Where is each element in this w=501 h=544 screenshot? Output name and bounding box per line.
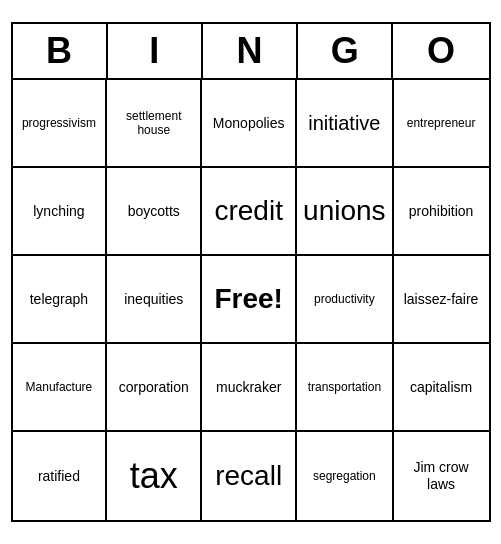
bingo-cell-text-20: ratified	[38, 468, 80, 485]
bingo-cell-18: transportation	[297, 344, 394, 432]
bingo-cell-text-17: muckraker	[216, 379, 281, 396]
bingo-cell-text-6: boycotts	[128, 203, 180, 220]
bingo-cell-text-12: Free!	[214, 282, 282, 316]
header-letter-b: B	[13, 24, 108, 78]
bingo-cell-text-10: telegraph	[30, 291, 88, 308]
bingo-cell-text-14: laissez-faire	[404, 291, 479, 308]
bingo-cell-19: capitalism	[394, 344, 489, 432]
bingo-cell-text-9: prohibition	[409, 203, 474, 220]
bingo-cell-11: inequities	[107, 256, 202, 344]
bingo-cell-text-0: progressivism	[22, 116, 96, 130]
bingo-card: BINGO progressivismsettlement houseMonop…	[11, 22, 491, 522]
bingo-cell-22: recall	[202, 432, 297, 520]
bingo-cell-text-8: unions	[303, 194, 386, 228]
bingo-cell-text-16: corporation	[119, 379, 189, 396]
bingo-cell-text-2: Monopolies	[213, 115, 285, 132]
bingo-cell-text-3: initiative	[308, 111, 380, 135]
bingo-cell-16: corporation	[107, 344, 202, 432]
bingo-cell-24: Jim crow laws	[394, 432, 489, 520]
bingo-cell-10: telegraph	[13, 256, 108, 344]
bingo-cell-4: entrepreneur	[394, 80, 489, 168]
bingo-cell-text-22: recall	[215, 459, 282, 493]
bingo-cell-9: prohibition	[394, 168, 489, 256]
bingo-cell-17: muckraker	[202, 344, 297, 432]
header-letter-g: G	[298, 24, 393, 78]
bingo-cell-text-24: Jim crow laws	[400, 459, 483, 493]
bingo-cell-text-11: inequities	[124, 291, 183, 308]
bingo-header: BINGO	[13, 24, 489, 80]
bingo-cell-text-7: credit	[214, 194, 282, 228]
bingo-cell-0: progressivism	[13, 80, 108, 168]
bingo-cell-3: initiative	[297, 80, 394, 168]
bingo-cell-text-23: segregation	[313, 469, 376, 483]
bingo-cell-text-15: Manufacture	[26, 380, 93, 394]
bingo-cell-text-5: lynching	[33, 203, 84, 220]
bingo-cell-5: lynching	[13, 168, 108, 256]
bingo-grid: progressivismsettlement houseMonopoliesi…	[13, 80, 489, 520]
bingo-cell-7: credit	[202, 168, 297, 256]
bingo-cell-text-13: productivity	[314, 292, 375, 306]
bingo-cell-text-4: entrepreneur	[407, 116, 476, 130]
bingo-cell-2: Monopolies	[202, 80, 297, 168]
header-letter-o: O	[393, 24, 488, 78]
bingo-cell-text-18: transportation	[308, 380, 381, 394]
header-letter-n: N	[203, 24, 298, 78]
bingo-cell-21: tax	[107, 432, 202, 520]
bingo-cell-text-21: tax	[130, 454, 178, 497]
bingo-cell-14: laissez-faire	[394, 256, 489, 344]
bingo-cell-12: Free!	[202, 256, 297, 344]
bingo-cell-1: settlement house	[107, 80, 202, 168]
bingo-cell-15: Manufacture	[13, 344, 108, 432]
bingo-cell-8: unions	[297, 168, 394, 256]
bingo-cell-20: ratified	[13, 432, 108, 520]
header-letter-i: I	[108, 24, 203, 78]
bingo-cell-23: segregation	[297, 432, 394, 520]
bingo-cell-text-1: settlement house	[113, 109, 194, 138]
bingo-cell-text-19: capitalism	[410, 379, 472, 396]
bingo-cell-6: boycotts	[107, 168, 202, 256]
bingo-cell-13: productivity	[297, 256, 394, 344]
